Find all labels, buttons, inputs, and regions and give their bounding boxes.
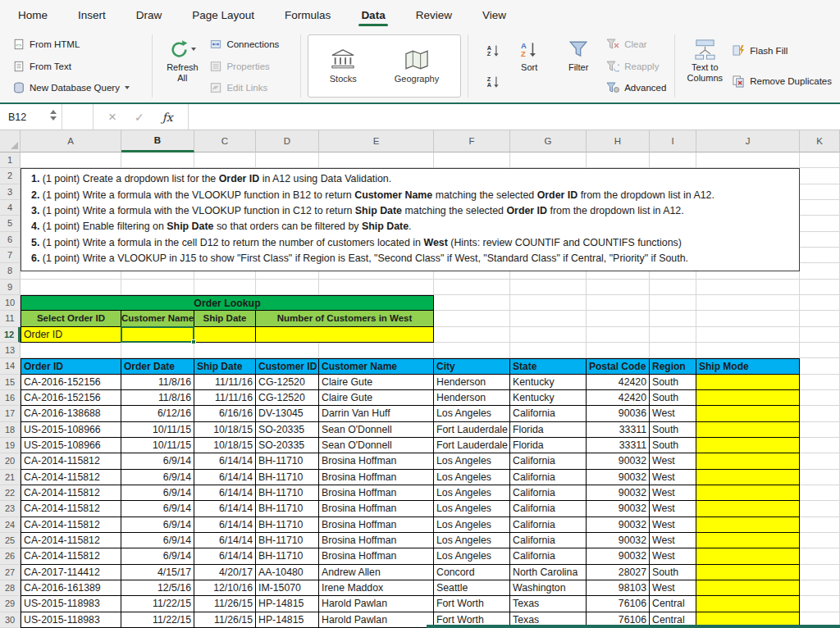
advanced-filter-button[interactable]: Advanced [603,79,669,97]
cell-D18[interactable]: SO-20335 [256,422,319,438]
cancel-icon[interactable]: × [108,109,116,125]
cell-H23[interactable]: 90032 [587,501,650,517]
col-header-i[interactable]: I [650,130,696,152]
cell-A15[interactable]: CA-2016-152156 [21,375,121,390]
cell-F10[interactable] [434,295,510,311]
cell-A12[interactable]: Order ID [21,327,121,343]
cell-C28[interactable]: 12/10/16 [194,580,256,596]
cell-A27[interactable]: CA-2017-114412 [21,565,121,580]
cell-K6[interactable] [800,232,840,248]
edit-links-button[interactable]: Edit Links [207,79,282,97]
menu-tab-insert[interactable]: Insert [76,0,107,30]
cell-G24[interactable]: California [510,517,587,533]
name-box-stepper[interactable] [50,110,57,121]
cell-J18[interactable] [696,422,800,438]
cell-H20[interactable]: 90032 [587,453,650,469]
cell-J24[interactable] [696,517,800,533]
sort-az-button[interactable]: AZ [486,43,500,59]
cell-I25[interactable]: West [650,533,696,548]
cell-A16[interactable]: CA-2016-152156 [21,390,121,406]
row-header-17[interactable]: 17 [0,406,21,421]
properties-button[interactable]: Properties [207,57,282,75]
row-header-2[interactable]: 2 [0,168,21,184]
cell-A28[interactable]: CA-2016-161389 [21,580,121,596]
cell-F21[interactable]: Los Angeles [434,470,510,485]
cell-B24[interactable]: 6/9/14 [121,517,194,533]
cell-F22[interactable]: Los Angeles [434,485,510,501]
cell-G29[interactable]: Texas [510,596,587,612]
cell-G28[interactable]: Washington [510,580,587,596]
cell-H19[interactable]: 33311 [587,438,650,453]
cell-K7[interactable] [800,248,840,263]
sort-button[interactable]: AZ Sort [504,32,554,100]
menu-tab-home[interactable]: Home [16,0,49,30]
cell-K3[interactable] [800,184,840,200]
cell-K20[interactable] [800,453,840,469]
cell-I24[interactable]: West [650,517,696,533]
cell-B14[interactable]: Order Date [121,358,194,374]
cell-E29[interactable]: Harold Pawlan [319,596,434,612]
cell-C27[interactable]: 4/20/17 [194,565,256,580]
row-header-8[interactable]: 8 [0,263,21,279]
cell-H9[interactable] [587,280,650,295]
menu-tab-data[interactable]: Data [359,0,386,30]
cell-J27[interactable] [696,565,800,580]
cell-F19[interactable]: Fort Lauderdale [434,438,510,453]
cell-I16[interactable]: South [650,390,696,406]
cell-G11[interactable] [510,311,587,326]
cell-B27[interactable]: 4/15/17 [121,565,194,580]
cell-C23[interactable]: 6/14/14 [194,501,256,517]
cell-D9[interactable] [256,280,319,295]
formula-input[interactable] [189,104,840,130]
row-header-3[interactable]: 3 [0,184,21,200]
row-header-9[interactable]: 9 [0,280,21,295]
cell-H11[interactable] [587,311,650,326]
cell-D24[interactable]: BH-11710 [256,517,319,533]
cell-B11[interactable]: Customer Name [121,311,194,326]
cell-D11[interactable]: Number of Customers in West [256,311,434,326]
row-header-16[interactable]: 16 [0,390,21,406]
cell-B26[interactable]: 6/9/14 [121,548,194,564]
cell-G13[interactable] [510,343,587,358]
cell-D1[interactable] [256,152,319,168]
cell-D19[interactable]: SO-20335 [256,438,319,453]
geography-button[interactable]: Geography [395,48,439,84]
cell-J19[interactable] [696,438,800,453]
cell-A14[interactable]: Order ID [21,358,121,374]
cell-B21[interactable]: 6/9/14 [121,470,194,485]
cell-D14[interactable]: Customer ID [256,358,319,374]
refresh-all-button[interactable]: Refresh All [158,32,207,100]
cell-E17[interactable]: Darrin Van Huff [319,406,434,421]
cell-H10[interactable] [587,295,650,311]
cell-K10[interactable] [800,295,840,311]
cell-G10[interactable] [510,295,587,311]
cell-J16[interactable] [696,390,800,406]
cell-A19[interactable]: US-2015-108966 [21,438,121,453]
cell-E18[interactable]: Sean O'Donnell [319,422,434,438]
cell-B23[interactable]: 6/9/14 [121,501,194,517]
row-header-21[interactable]: 21 [0,470,21,485]
cell-F9[interactable] [434,280,510,295]
cell-K17[interactable] [800,406,840,421]
row-header-23[interactable]: 23 [0,501,21,517]
cell-A18[interactable]: US-2015-108966 [21,422,121,438]
cell-I12[interactable] [650,327,696,343]
cell-C22[interactable]: 6/14/14 [194,485,256,501]
row-header-27[interactable]: 27 [0,565,21,580]
cell-C20[interactable]: 6/14/14 [194,453,256,469]
cell-J21[interactable] [696,470,800,485]
cell-K27[interactable] [800,565,840,580]
cell-D28[interactable]: IM-15070 [256,580,319,596]
cell-A17[interactable]: CA-2016-138688 [21,406,121,421]
cell-D20[interactable]: BH-11710 [256,453,319,469]
col-header-k[interactable]: K [800,130,840,152]
cell-J13[interactable] [696,343,800,358]
cell-D21[interactable]: BH-11710 [256,470,319,485]
sort-za-button[interactable]: ZA [486,73,500,89]
cell-H18[interactable]: 33311 [587,422,650,438]
cell-C30[interactable]: 11/26/15 [194,612,256,628]
cell-I29[interactable]: Central [650,596,696,612]
cell-I18[interactable]: South [650,422,696,438]
remove-duplicates-button[interactable]: Remove Duplicates [729,72,835,90]
cell-K12[interactable] [800,327,840,343]
